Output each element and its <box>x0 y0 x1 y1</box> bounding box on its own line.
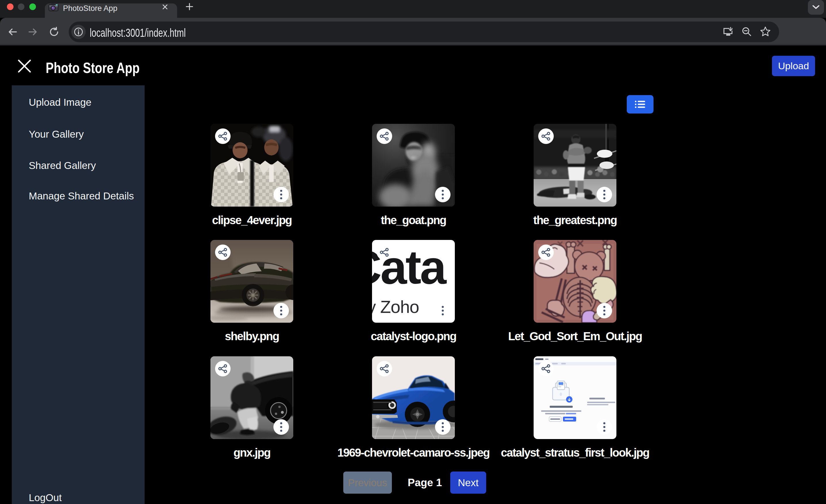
svg-text:y Zoho: y Zoho <box>372 297 419 317</box>
